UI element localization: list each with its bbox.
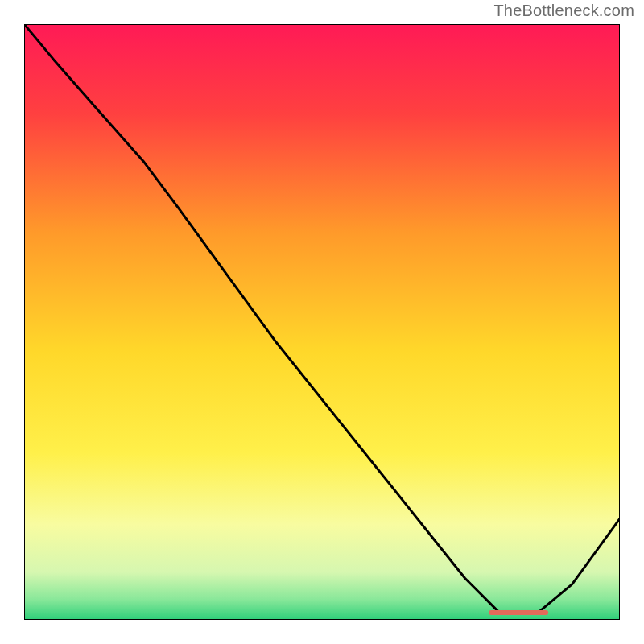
bottleneck-curve-line <box>24 24 620 614</box>
chart-overlay-svg <box>24 24 620 620</box>
watermark-text: TheBottleneck.com <box>493 2 634 20</box>
chart-plot-area <box>24 24 620 620</box>
optimal-zone-marker <box>489 610 548 615</box>
plot-frame <box>24 24 620 620</box>
